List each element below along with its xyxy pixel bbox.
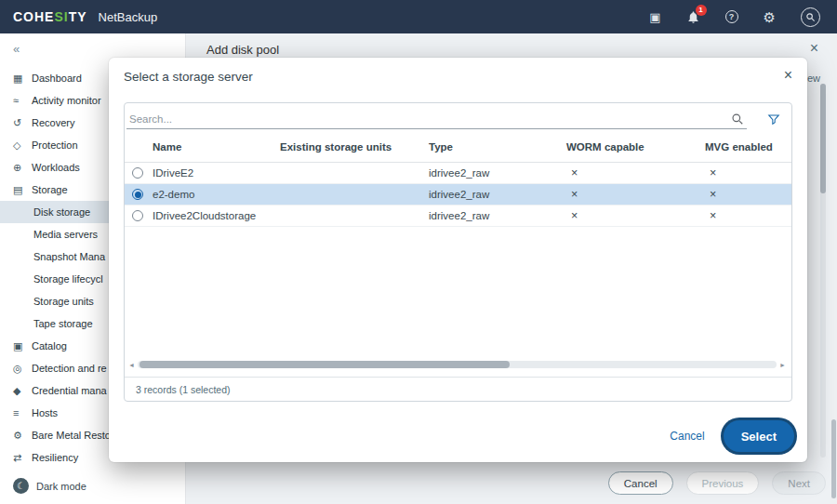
dialog-title: Select a storage server [124,70,253,84]
search-avatar-icon[interactable] [801,7,820,27]
column-header-existing-storage-units: Existing storage units [280,141,429,153]
wizard-previous-button[interactable]: Previous [686,471,760,495]
page-title: Add disk pool [206,43,279,57]
sidebar-item-label: Snapshot Mana [33,251,105,262]
cell-worm-capable: × [566,188,705,201]
search-input[interactable] [126,110,747,129]
sidebar-item-label: Tape storage [33,318,93,329]
cell-mvg-enabled: × [705,188,791,201]
page-scrollbar-thumb[interactable] [831,419,836,498]
apps-icon[interactable]: ▣ [649,11,660,23]
recovery-icon: ↺ [13,117,32,129]
sidebar-item-label: Storage [32,184,68,195]
select-button[interactable]: Select [724,420,794,452]
dashboard-icon: ▦ [13,73,32,85]
notification-badge: 1 [696,5,707,16]
sidebar-item-label: Bare Metal Resto [32,430,111,441]
activity-monitor-icon: ≈ [13,95,32,106]
header-icons: ▣ 1 ? ⚙ [649,7,824,27]
cell-name: IDrivee2Cloudstorage [153,210,280,221]
cell-worm-capable: × [566,166,705,179]
record-count-status: 3 records (1 selected) [125,377,791,402]
storage-server-row-idrivee2cloudstorage[interactable]: IDrivee2Cloudstorageidrivee2_raw×× [125,206,791,227]
dark-mode-label: Dark mode [36,481,86,492]
settings-gear-icon[interactable]: ⚙ [764,10,776,24]
dark-mode-toggle[interactable]: ☾ Dark mode [13,478,86,494]
sidebar-item-label: Resiliency [32,452,78,463]
resiliency-icon: ⇄ [13,452,32,464]
sidebar-item-label: Hosts [32,407,58,418]
sidebar-item-label: Activity monitor [32,95,101,106]
column-header-type: Type [429,141,566,153]
search-icon [731,113,744,126]
cohesity-logo: COHESITY [13,9,87,24]
cell-name: IDriveE2 [153,167,280,179]
dialog-close-icon[interactable]: × [784,67,792,84]
storage-server-row-e2-demo[interactable]: e2-demoidrivee2_raw×× [125,184,791,206]
wizard-footer: Cancel Previous Next [608,471,826,495]
wizard-cancel-button[interactable]: Cancel [608,471,673,495]
cancel-button[interactable]: Cancel [670,430,704,443]
sidebar-item-label: Detection and re [32,363,107,374]
brand-post: TY [69,9,87,24]
cell-worm-capable: × [566,209,705,222]
storage-icon: ▤ [13,184,32,196]
storage-server-table: NameExisting storage unitsTypeWORM capab… [124,102,792,402]
app-screen: COHESITY NetBackup ▣ 1 ? ⚙ « ▦Dashboard≈… [0,0,837,504]
search-field [126,110,747,129]
radio-cell [125,210,153,221]
page-close-icon[interactable]: × [810,40,818,57]
brand-accent: SI [54,9,68,24]
notifications-bell-icon[interactable]: 1 [686,10,700,24]
workloads-icon: ⊕ [13,162,32,174]
detection-icon: ◎ [13,363,32,375]
select-storage-server-dialog: Select a storage server × NameExisting s… [109,58,807,462]
page-scrollbar[interactable] [830,33,837,504]
sidebar-item-label: Storage units [33,296,94,307]
cell-type: idrivee2_raw [429,210,566,221]
cell-mvg-enabled: × [705,166,791,179]
storage-server-row-idrivee2[interactable]: IDriveE2idrivee2_raw×× [125,163,791,184]
radio-cell [125,189,153,200]
sidebar-collapse-icon[interactable]: « [13,42,20,56]
sidebar-item-label: Dashboard [32,73,82,84]
table-body: IDriveE2idrivee2_raw××e2-demoidrivee2_ra… [125,163,791,227]
sidebar-item-label: Storage lifecycl [33,273,103,285]
sidebar-item-label: Credential mana [32,385,107,396]
h-scrollbar-track[interactable] [138,361,777,368]
table-search-row [125,103,791,131]
sidebar-item-label: Media servers [33,229,98,240]
column-header-mvg-enabled: MVG enabled [705,141,791,153]
sidebar-item-label: Recovery [32,117,74,128]
radio-button[interactable] [132,210,143,221]
sidebar-item-label: Catalog [32,340,67,351]
sidebar-item-label: Workloads [32,162,80,173]
cell-mvg-enabled: × [705,209,791,222]
wizard-next-button[interactable]: Next [772,471,826,495]
radio-button[interactable] [132,189,143,200]
cell-type: idrivee2_raw [429,189,566,200]
help-icon[interactable]: ? [725,10,738,23]
h-scrollbar-thumb[interactable] [140,361,511,368]
filter-funnel-icon[interactable] [767,113,780,126]
dialog-actions: Cancel Select [670,420,794,452]
radio-button[interactable] [132,167,143,179]
scroll-right-icon[interactable]: ► [779,362,786,368]
product-name: NetBackup [99,10,158,24]
hosts-icon: ≡ [13,407,32,418]
moon-icon: ☾ [13,478,29,494]
sidebar-item-label: Disk storage [33,206,90,218]
radio-cell [125,167,153,179]
scroll-left-icon[interactable]: ◄ [128,362,135,368]
content-scrollbar-thumb[interactable] [820,84,826,193]
content-scrollbar[interactable] [820,84,826,458]
top-header-bar: COHESITY NetBackup ▣ 1 ? ⚙ [0,0,837,33]
protection-icon: ◇ [13,139,32,152]
column-header-worm-capable: WORM capable [566,141,705,153]
catalog-icon: ▣ [13,340,32,352]
cell-name: e2-demo [153,189,280,200]
bare-metal-restore-icon: ⚙ [13,430,32,442]
column-header-name: Name [153,141,280,153]
table-header-row: NameExisting storage unitsTypeWORM capab… [125,131,791,163]
sidebar-item-label: Protection [32,139,78,151]
